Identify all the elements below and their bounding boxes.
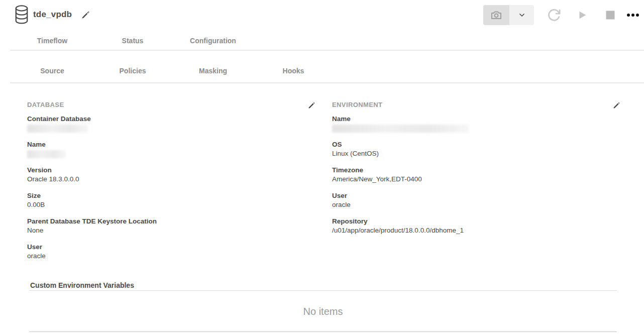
play-icon: [577, 10, 588, 21]
field-container-database: Container Database: [27, 115, 316, 133]
more-actions-button[interactable]: [624, 7, 641, 23]
field-db-user: User oracle: [27, 243, 316, 261]
tab-policies[interactable]: Policies: [92, 65, 173, 76]
field-size: Size 0.00B: [27, 191, 316, 209]
field-db-name: Name: [27, 140, 316, 158]
field-value: Oracle 18.3.0.0.0: [27, 175, 316, 184]
field-env-user: User oracle: [332, 191, 621, 209]
refresh-button[interactable]: [546, 7, 563, 23]
field-value: oracle: [27, 252, 316, 261]
tab-hooks[interactable]: Hooks: [253, 65, 334, 76]
tab-configuration[interactable]: Configuration: [173, 35, 253, 46]
snapshot-dropdown-button[interactable]: [509, 5, 534, 25]
tab-status[interactable]: Status: [92, 35, 173, 46]
field-label: User: [332, 191, 621, 200]
field-timezone: Timezone America/New_York,EDT-0400: [332, 166, 621, 184]
field-version: Version Oracle 18.3.0.0.0: [27, 166, 316, 184]
start-button[interactable]: [574, 7, 591, 23]
secondary-tabs: Source Policies Masking Hooks: [12, 65, 334, 76]
field-value: America/New_York,EDT-0400: [332, 175, 621, 184]
page-title: tde_vpdb: [33, 10, 72, 20]
field-value: oracle: [332, 200, 621, 209]
field-label: Parent Database TDE Keystore Location: [27, 217, 316, 226]
database-icon: [14, 5, 29, 24]
field-repository: Repository /u01/app/oracle/product/18.0.…: [332, 217, 621, 235]
ellipsis-icon: [626, 13, 639, 18]
edit-environment-icon[interactable]: [612, 100, 621, 109]
database-section-title: DATABASE: [27, 100, 64, 109]
stop-icon: [606, 11, 615, 20]
custom-env-vars-title: Custom Environment Variables: [30, 281, 134, 290]
configuration-page: tde_vpdb: [0, 0, 644, 336]
field-label: Version: [27, 166, 316, 175]
field-label: Size: [27, 191, 316, 200]
field-value: Linux (CentOS): [332, 149, 621, 158]
field-label: Timezone: [332, 166, 621, 175]
field-value: 0.00B: [27, 200, 316, 209]
field-value: None: [27, 226, 316, 235]
empty-list-message: No items: [29, 306, 617, 317]
field-label: Name: [332, 115, 621, 124]
environment-section: ENVIRONMENT Name OS Linux (CentOS) Timez…: [332, 100, 621, 243]
tab-source[interactable]: Source: [12, 65, 92, 76]
field-value: /u01/app/oracle/product/18.0.0.0/dbhome_…: [332, 226, 621, 235]
primary-tabs: Timeflow Status Configuration: [12, 35, 253, 46]
field-label: OS: [332, 140, 621, 149]
tab-divider: [10, 50, 644, 51]
redacted-value: [27, 125, 88, 133]
field-label: Container Database: [27, 115, 316, 124]
field-label: User: [27, 243, 316, 252]
tab-timeflow[interactable]: Timeflow: [12, 35, 92, 46]
redacted-value: [332, 125, 469, 133]
tab-masking[interactable]: Masking: [173, 65, 253, 76]
edit-title-icon[interactable]: [81, 11, 90, 20]
custom-env-vars-divider: [29, 290, 617, 291]
subtab-divider: [10, 82, 644, 83]
stop-button[interactable]: [602, 7, 619, 23]
field-parent-tde-keystore: Parent Database TDE Keystore Location No…: [27, 217, 316, 235]
camera-icon: [490, 9, 502, 21]
edit-database-icon[interactable]: [307, 100, 316, 109]
field-os: OS Linux (CentOS): [332, 140, 621, 158]
refresh-icon: [547, 8, 561, 22]
page-header: tde_vpdb: [0, 0, 644, 30]
snapshot-button[interactable]: [483, 5, 509, 25]
bottom-divider: [29, 331, 617, 332]
redacted-value: [27, 150, 66, 158]
snapshot-split-button: [483, 5, 534, 25]
field-env-name: Name: [332, 115, 621, 133]
environment-section-title: ENVIRONMENT: [332, 100, 382, 109]
chevron-down-icon: [518, 11, 526, 19]
field-label: Repository: [332, 217, 621, 226]
field-label: Name: [27, 140, 316, 149]
database-section: DATABASE Container Database Name Version…: [27, 100, 316, 268]
